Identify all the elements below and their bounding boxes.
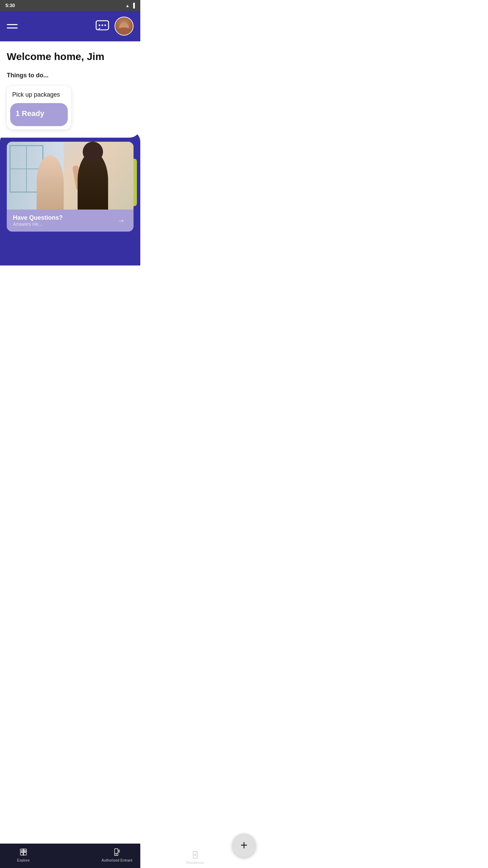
- header-right: [95, 17, 134, 36]
- package-card-title: Pick up packages: [7, 86, 71, 101]
- lower-section: Have Questions? Answers He... →: [0, 131, 140, 265]
- package-ready-badge: 1 Ready: [10, 103, 68, 126]
- svg-point-1: [99, 24, 100, 26]
- content-area: Welcome home, Jim Things to do... Pick u…: [0, 41, 140, 138]
- chat-button[interactable]: [95, 19, 110, 34]
- promo-text: Have Questions? Answers He...: [13, 214, 63, 227]
- promo-title: Have Questions?: [13, 214, 63, 221]
- app-header: [0, 11, 140, 41]
- package-card[interactable]: Pick up packages 1 Ready: [7, 86, 71, 130]
- promo-banner: Have Questions? Answers He... →: [7, 210, 134, 232]
- promo-subtitle: Answers He...: [13, 221, 63, 227]
- welcome-text: Welcome home, Jim: [7, 51, 134, 62]
- person-silhouette-1: [37, 155, 64, 210]
- person-silhouette-2: [78, 152, 108, 210]
- avatar[interactable]: [115, 17, 134, 36]
- promo-card[interactable]: Have Questions? Answers He... →: [7, 142, 134, 232]
- menu-button[interactable]: [7, 24, 18, 28]
- things-to-do-label: Things to do...: [7, 72, 134, 79]
- svg-point-2: [102, 24, 103, 26]
- status-icons: [125, 3, 135, 8]
- svg-point-3: [104, 24, 106, 26]
- promo-wrap: Have Questions? Answers He... →: [7, 142, 134, 232]
- status-bar: 5:30: [0, 0, 140, 11]
- chat-icon: [95, 19, 110, 34]
- promo-image: [7, 142, 134, 210]
- wifi-icon: [125, 3, 129, 8]
- time: 5:30: [5, 3, 15, 8]
- promo-arrow-icon: →: [115, 215, 127, 227]
- battery-icon: [131, 3, 135, 8]
